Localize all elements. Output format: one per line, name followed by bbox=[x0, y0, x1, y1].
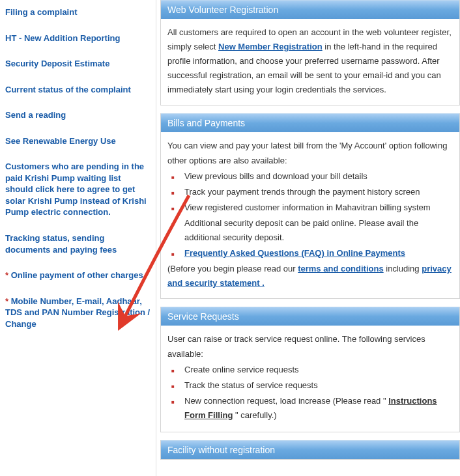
sidebar: Filing a complaint HT - New Addition Rep… bbox=[0, 0, 156, 476]
section-header-facility: Facility without registration bbox=[161, 440, 459, 459]
list-item: New connection request, load increase (P… bbox=[182, 394, 452, 423]
sidebar-item-krishi-pump[interactable]: Customers who are pending in the paid Kr… bbox=[5, 161, 151, 218]
section-facility: Facility without registration bbox=[160, 440, 460, 460]
sidebar-item-online-payment[interactable]: * Online payment of other charges bbox=[5, 270, 151, 281]
list-item: Frequently Asked Questions (FAQ) in Onli… bbox=[182, 246, 452, 260]
text: " carefully.) bbox=[233, 410, 276, 420]
sidebar-item-send-reading[interactable]: Send a reading bbox=[5, 109, 151, 121]
bills-bullet-list: View previous bills and download your bi… bbox=[167, 169, 452, 261]
section-header-bills: Bills and Payments bbox=[161, 113, 459, 132]
list-item: Track the status of service requests bbox=[182, 378, 452, 393]
section-body-bills: You can view and pay your latest bill fr… bbox=[161, 132, 459, 298]
sidebar-item-security-deposit[interactable]: Security Deposit Estimate bbox=[5, 58, 151, 70]
sidebar-item-renewable-energy[interactable]: See Renewable Energy Use bbox=[5, 135, 151, 147]
list-item: Track your payment trends through the pa… bbox=[182, 185, 452, 199]
section-body-service: User can raise or track service request … bbox=[161, 326, 459, 432]
sidebar-item-mobile-number[interactable]: * Mobile Number, E-mail, Aadhaar, TDS an… bbox=[5, 296, 151, 330]
text: (Before you begin please read our terms … bbox=[167, 262, 452, 290]
service-bullet-list: Create online service requests Track the… bbox=[167, 363, 452, 423]
text: User can raise or track service request … bbox=[167, 332, 452, 361]
terms-link[interactable]: terms and conditions bbox=[298, 264, 383, 273]
sidebar-item-filing-complaint[interactable]: Filing a complaint bbox=[5, 7, 151, 18]
list-item: View previous bills and download your bi… bbox=[182, 169, 452, 184]
text: (Before you begin please read our bbox=[167, 264, 298, 273]
text: including bbox=[384, 264, 422, 273]
text: You can view and pay your latest bill fr… bbox=[167, 139, 452, 167]
list-item: View registered customer information in … bbox=[182, 201, 452, 215]
section-header-service: Service Requests bbox=[161, 307, 459, 326]
sidebar-item-label: Online payment of other charges bbox=[11, 270, 143, 280]
sidebar-item-current-status[interactable]: Current status of the complaint bbox=[5, 84, 151, 96]
list-item: Create online service requests bbox=[182, 363, 452, 377]
main-content: Web Volunteer Registration All customers… bbox=[156, 0, 460, 476]
text: New connection request, load increase (P… bbox=[184, 396, 388, 406]
sidebar-item-tracking-status[interactable]: Tracking status, sending documents and p… bbox=[5, 232, 151, 255]
sidebar-item-ht-new-addition[interactable]: HT - New Addition Reporting bbox=[5, 33, 151, 44]
section-header-volunteer: Web Volunteer Registration bbox=[161, 0, 459, 19]
section-volunteer: Web Volunteer Registration All customers… bbox=[160, 0, 460, 105]
asterisk-icon: * bbox=[5, 270, 11, 280]
faq-link[interactable]: Frequently Asked Questions (FAQ) in Onli… bbox=[184, 248, 405, 258]
sidebar-item-label: Mobile Number, E-mail, Aadhaar, TDS and … bbox=[5, 296, 150, 329]
section-body-volunteer: All customers are required to open an ac… bbox=[161, 19, 459, 105]
section-bills: Bills and Payments You can view and pay … bbox=[160, 113, 460, 299]
asterisk-icon: * bbox=[5, 296, 11, 306]
new-member-registration-link[interactable]: New Member Registration bbox=[218, 42, 323, 51]
list-item: Additional security deposit can be paid … bbox=[182, 216, 452, 245]
section-service: Service Requests User can raise or track… bbox=[160, 307, 460, 432]
